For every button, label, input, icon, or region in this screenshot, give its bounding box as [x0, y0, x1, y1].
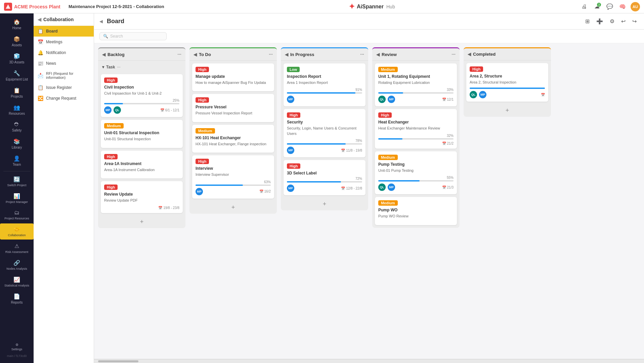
task-chevron[interactable]: ▾ [102, 65, 104, 69]
settings-board-icon[interactable]: ⚙ [608, 17, 616, 26]
collaboration-icon: 🤝 [13, 226, 20, 232]
undo-icon[interactable]: ↩ [619, 17, 628, 26]
todo-chevron[interactable]: ◀ [194, 52, 197, 57]
calendar-icon: 📅 [259, 190, 263, 193]
nav-item-reports[interactable]: 📄 Reports [0, 291, 34, 307]
backlog-menu[interactable]: ··· [177, 52, 181, 57]
card-inspection-report[interactable]: Low Inspection Report Area 1 Inspection … [284, 63, 366, 106]
card-desc: Area 2, Structural Inspection [470, 80, 545, 85]
card-title: Pump WO [378, 208, 454, 212]
card-desc: Review Update PDF [104, 198, 179, 203]
sub-nav-board[interactable]: 📋 Board [34, 26, 94, 37]
completed-chevron[interactable]: ◀ [468, 52, 471, 57]
priority-badge: Medium [104, 123, 124, 128]
card-security[interactable]: High Security Security, Login, Name User… [284, 109, 366, 157]
progress-fill [378, 180, 420, 182]
card-pump-wo[interactable]: Medium Pump WO Pump WO Review [375, 197, 457, 225]
nav-item-assets[interactable]: 📦 Assets [0, 33, 34, 50]
inprogress-chevron[interactable]: ◀ [285, 52, 288, 57]
sub-nav-chevron[interactable]: ◀ [38, 17, 41, 22]
sub-nav-news[interactable]: 📰 News [34, 58, 94, 69]
board-label: Board [46, 29, 58, 34]
card-desc: How to manage AiSpanner Bug Fix Updata [196, 80, 271, 85]
review-chevron[interactable]: ◀ [376, 52, 380, 57]
chat-icon[interactable]: 💬 [605, 2, 614, 11]
sub-nav-change[interactable]: 🔀 Change Request [34, 93, 94, 104]
nav-item-team[interactable]: 👤 Team [0, 153, 34, 169]
card-structural-inspection[interactable]: Medium Unit-01 Structural Inspection Uni… [101, 120, 183, 148]
card-rotating-equipment[interactable]: Medium Unit 1, Rotating Equipment Rotati… [375, 63, 457, 106]
calendar-icon: 📅 [341, 149, 345, 152]
calendar-icon: 📅 [160, 108, 164, 112]
print-icon[interactable]: 🖨 [579, 2, 589, 11]
brand-name: AiSpanner [357, 4, 384, 10]
horizontal-scrollbar[interactable] [94, 359, 644, 363]
card-desc: HX-101 Heat Exchanger, Flange inspection [196, 142, 271, 147]
topbar: ACME Process Plant Maintenance Project 1… [0, 0, 644, 13]
safety-icon: ⛑ [14, 121, 19, 127]
card-pressure-vessel[interactable]: High Pressure Vessel Pressure Vessel Ins… [192, 94, 274, 122]
card-hx101[interactable]: Medium HX-101 Heat Exchanger HX-101 Heat… [192, 125, 274, 153]
card-pump-testing[interactable]: Medium Pump Testing Unit-01 Pump Testing… [375, 151, 457, 194]
calendar-icon: 📅 [442, 142, 446, 145]
avatar-mp: MP [479, 91, 486, 98]
card-desc: Civil Inpsaection for Unit-1 & Unit-2 [104, 91, 179, 96]
inprogress-menu[interactable]: ··· [360, 52, 364, 57]
backlog-chevron[interactable]: ◀ [102, 52, 105, 57]
card-date: 📅 19/8 - 23/8 [158, 206, 179, 210]
nav-item-statistical[interactable]: 📈 Statistical Analysis [0, 274, 34, 290]
user-avatar[interactable]: AU [631, 2, 640, 11]
sub-nav-issue[interactable]: 📋 Issue Register [34, 82, 94, 93]
card-desc: Pump WO Review [378, 214, 454, 219]
risk-icon: ⚠ [14, 243, 19, 249]
back-chevron[interactable]: ◀ [99, 19, 103, 24]
nav-item-risk[interactable]: ⚠ Risk Assessment [0, 240, 34, 256]
nav-item-equipment[interactable]: 🔧 Equipment List [0, 67, 34, 84]
add-completed-col[interactable]: + [464, 104, 551, 117]
card-heat-exchanger[interactable]: High Heat Exchanger Heat Exchanger Maint… [375, 109, 457, 148]
todo-menu[interactable]: ··· [269, 52, 273, 57]
card-desc: Area-1A Instrument Calibration [104, 167, 179, 172]
nav-item-resources[interactable]: 👥 Resources [0, 102, 34, 118]
search-box[interactable]: 🔍 Search [99, 32, 167, 40]
card-interview[interactable]: High Interview Interview Supervisor 63% … [192, 155, 274, 198]
card-manage-update[interactable]: High Manage update How to manage AiSpann… [192, 63, 274, 91]
settings-item[interactable]: ⚙ Settings [9, 340, 25, 354]
nav-item-projects[interactable]: 📋 Projects [0, 85, 34, 101]
review-menu[interactable]: ··· [452, 52, 456, 57]
progress-bar [287, 181, 362, 183]
card-title: Review Update [104, 192, 179, 197]
nav-item-collaboration[interactable]: 🤝 Collaboration [0, 223, 34, 240]
nav-item-3d-assets[interactable]: 🧊 3D Assets [0, 50, 34, 67]
brain-icon[interactable]: 🧠 [618, 2, 627, 11]
add-todo-card[interactable]: + [189, 201, 277, 214]
layout-icon[interactable]: ⊞ [583, 17, 592, 26]
card-area2-structure[interactable]: High Area 2, Structure Area 2, Structura… [466, 63, 548, 102]
nav-item-project-manager[interactable]: 📊 Project Manager [0, 190, 34, 206]
progress-fill [378, 138, 402, 140]
task-menu[interactable]: ··· [117, 65, 120, 69]
sub-nav-meetings[interactable]: 📅 Meetings [34, 37, 94, 47]
card-review-update[interactable]: High Review Update Review Update PDF 📅 1… [101, 181, 183, 213]
nav-item-switch-project[interactable]: 🔄 Switch Project [0, 173, 34, 190]
nav-item-home[interactable]: 🏠 Home [0, 16, 34, 33]
nav-item-project-resources[interactable]: 🗂 Project Resources [0, 207, 34, 223]
sub-nav-title: Collaboration [43, 17, 74, 22]
version-text: main / f173cd0 [6, 354, 27, 358]
change-icon: 🔀 [38, 96, 43, 101]
sub-nav-rfi[interactable]: 📩 RFI (Request for information) [34, 69, 94, 82]
nav-item-nodes[interactable]: 🔗 Nodes Analysis [0, 257, 34, 273]
card-area-instrument[interactable]: High Area-1A Instrument Area-1A Instrume… [101, 151, 183, 178]
sub-nav-notification[interactable]: 🔔 Notification [34, 47, 94, 58]
priority-badge: High [104, 77, 118, 83]
add-col-icon[interactable]: ➕ [594, 17, 605, 26]
nav-item-safety[interactable]: ⛑ Safety [0, 119, 34, 135]
cloud-icon[interactable]: ☁ 3 [592, 2, 602, 11]
nav-item-library[interactable]: 📚 Library [0, 136, 34, 152]
card-3d-select[interactable]: High 3D Select Label 72% MP 📅 12/8 - 22/… [284, 160, 366, 195]
card-civil-inspection[interactable]: High Civil Inspection Civil Inpsaection … [101, 74, 183, 117]
redo-icon[interactable]: ↪ [630, 17, 639, 26]
add-backlog-card[interactable]: + [98, 216, 185, 228]
priority-badge: Medium [196, 128, 215, 134]
add-inprogress-card[interactable]: + [281, 198, 368, 210]
